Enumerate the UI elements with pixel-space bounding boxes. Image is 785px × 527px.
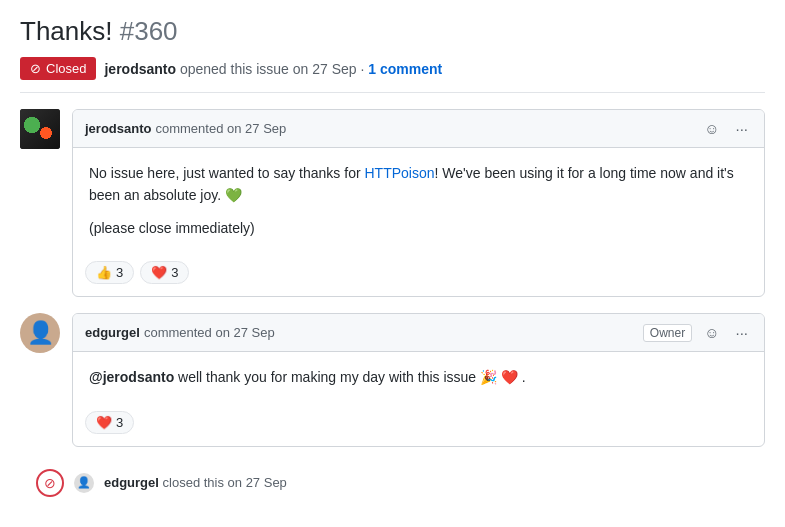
event-date: 27 Sep (246, 475, 287, 490)
reaction-emoji-thumbsup: 👍 (96, 265, 112, 280)
closed-event-icon: ⊘ (36, 469, 64, 497)
event-action: closed this on (163, 475, 246, 490)
reaction-emoji-heart-2: ❤️ (96, 415, 112, 430)
commenter-link-2[interactable]: edgurgel (85, 325, 140, 340)
more-options-button-2[interactable]: ··· (731, 322, 752, 343)
comment-text-line1-1: No issue here, just wanted to say thanks… (89, 162, 748, 207)
issue-meta-bar: ⊘ Closed jerodsanto opened this issue on… (20, 57, 765, 93)
comment-header-right-1: ☺ ··· (700, 118, 752, 139)
comment-text-2: @jerodsanto well thank you for making my… (89, 366, 748, 388)
event-text: edgurgel closed this on 27 Sep (104, 475, 287, 490)
owner-badge: Owner (643, 324, 692, 342)
comment-2-block: edgurgel commented on 27 Sep Owner ☺ ···… (20, 313, 765, 446)
comment-header-2: edgurgel commented on 27 Sep Owner ☺ ··· (73, 314, 764, 352)
reaction-count-heart-1: 3 (171, 265, 178, 280)
reactions-1: 👍 3 ❤️ 3 (73, 253, 764, 296)
add-emoji-button-1[interactable]: ☺ (700, 118, 723, 139)
comment-count-link[interactable]: 1 comment (368, 61, 442, 77)
comment-text-line2-1: (please close immediately) (89, 217, 748, 239)
event-avatar-edgurgel: 👤 (74, 473, 94, 493)
comment-body-2: @jerodsanto well thank you for making my… (73, 352, 764, 402)
reactions-2: ❤️ 3 (73, 403, 764, 446)
opener-link[interactable]: jerodsanto (104, 61, 176, 77)
issue-title: Thanks! (20, 16, 113, 46)
reaction-count-heart-2: 3 (116, 415, 123, 430)
comment-header-left-2: edgurgel commented on 27 Sep (85, 325, 275, 340)
comment-header-right-2: Owner ☺ ··· (643, 322, 752, 343)
comment-box-2: edgurgel commented on 27 Sep Owner ☺ ···… (72, 313, 765, 446)
timeline-closed-event: ⊘ 👤 edgurgel closed this on 27 Sep (36, 463, 765, 503)
reaction-heart-1[interactable]: ❤️ 3 (140, 261, 189, 284)
comment-body-1: No issue here, just wanted to say thanks… (73, 148, 764, 253)
reaction-count-thumbsup: 3 (116, 265, 123, 280)
closed-label: Closed (46, 61, 86, 76)
event-actor-link[interactable]: edgurgel (104, 475, 159, 490)
comment-1-block: jerodsanto commented on 27 Sep ☺ ··· No … (20, 109, 765, 297)
avatar-col-2 (20, 313, 60, 353)
closed-badge: ⊘ Closed (20, 57, 96, 80)
comment-timestamp-2: commented on 27 Sep (144, 325, 275, 340)
reaction-heart-2[interactable]: ❤️ 3 (85, 411, 134, 434)
avatar-edgurgel (20, 313, 60, 353)
mention-jerodsanto: @jerodsanto (89, 369, 174, 385)
issue-number: #360 (120, 16, 178, 46)
issue-meta-text: jerodsanto opened this issue on 27 Sep ·… (104, 61, 442, 77)
more-options-button-1[interactable]: ··· (731, 118, 752, 139)
commenter-link-1[interactable]: jerodsanto (85, 121, 151, 136)
comment-box-1: jerodsanto commented on 27 Sep ☺ ··· No … (72, 109, 765, 297)
comment-timestamp-1: commented on 27 Sep (155, 121, 286, 136)
avatar-jerodsanto (20, 109, 60, 149)
httpoison-link[interactable]: HTTPoison (364, 165, 434, 181)
meta-action: opened this issue on (180, 61, 312, 77)
reaction-emoji-heart-1: ❤️ (151, 265, 167, 280)
meta-date: 27 Sep (312, 61, 356, 77)
avatar-col-1 (20, 109, 60, 149)
closed-icon: ⊘ (30, 61, 41, 76)
comment-header-1: jerodsanto commented on 27 Sep ☺ ··· (73, 110, 764, 148)
add-emoji-button-2[interactable]: ☺ (700, 322, 723, 343)
page-title: Thanks! #360 (20, 16, 765, 47)
reaction-thumbsup-1[interactable]: 👍 3 (85, 261, 134, 284)
timeline: jerodsanto commented on 27 Sep ☺ ··· No … (20, 109, 765, 503)
comment-header-left-1: jerodsanto commented on 27 Sep (85, 121, 286, 136)
closed-circle-icon: ⊘ (44, 475, 56, 491)
